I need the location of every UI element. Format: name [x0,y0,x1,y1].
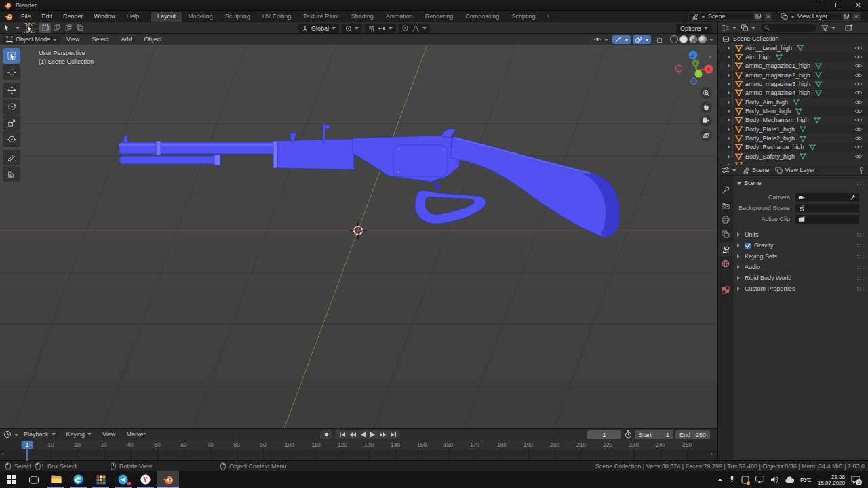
add-workspace-button[interactable]: + [541,13,554,20]
blender-logo-icon[interactable] [4,12,13,21]
visibility-eye-icon[interactable] [854,136,863,141]
expand-icon[interactable] [728,136,732,140]
tool-cursor[interactable] [3,64,20,80]
properties-editor-icon[interactable] [721,167,730,174]
object-name[interactable]: ammo_magazine4_high [745,89,810,96]
scene-name[interactable]: Scene [708,13,749,20]
pin-icon[interactable] [859,167,865,174]
proportional-editing-group[interactable] [399,24,430,33]
visibility-eye-icon[interactable] [854,54,863,60]
outliner-row[interactable]: ammo_magazine4_high [718,89,868,98]
overlays-toggle[interactable] [633,35,651,44]
breadcrumb-scene[interactable]: Scene [742,167,770,174]
object-name[interactable]: Body_Main_high [745,108,791,115]
tab-world[interactable] [718,257,733,270]
taskbar-yandex[interactable]: Y [134,471,157,488]
filter-icon[interactable] [821,24,829,32]
pan-button[interactable] [700,101,712,113]
outliner-row[interactable]: ammo_magazine1_high [718,62,868,70]
mode-dropdown[interactable]: Object Mode [3,35,60,44]
outliner-row[interactable]: Body_Plate1_high [718,125,868,134]
jump-to-end-button[interactable] [390,432,397,438]
outliner-row[interactable]: Body_Main_high [718,106,868,115]
outliner-row[interactable]: ammo_magazine3_high [718,79,868,88]
visibility-eye-icon[interactable] [854,108,863,114]
expand-icon[interactable] [728,109,732,113]
expand-icon[interactable] [737,265,742,269]
outliner-row[interactable]: Body_Safety_high [718,152,868,161]
collapse-icon[interactable] [737,182,741,187]
outliner-editor-icon[interactable] [722,24,730,32]
properties-panel-header[interactable]: Audio [733,262,868,272]
outliner-row[interactable]: Body_Plate2_high [718,134,868,142]
background-scene-field[interactable] [795,204,859,213]
tab-render[interactable] [718,199,733,213]
object-name[interactable]: Body_Recharge_high [745,144,804,150]
taskbar-clock[interactable]: 21:58 15.07.2020 [818,474,845,486]
properties-panel-header[interactable]: Units [733,229,868,240]
viewport-menu-item[interactable]: Select [85,36,115,43]
expand-icon[interactable] [737,254,742,258]
menu-item[interactable]: Render [58,13,89,20]
menu-item[interactable]: File [16,13,37,20]
new-view-layer-button[interactable] [842,13,850,20]
camera-view-button[interactable] [700,115,712,127]
workspace-tab[interactable]: UV Editing [256,12,298,22]
expand-icon[interactable] [728,100,732,104]
remove-view-layer-button[interactable]: ✕ [852,13,861,20]
end-frame-field[interactable]: End 250 [675,430,710,439]
playhead-badge[interactable]: 1 [22,441,33,449]
view-menu[interactable]: View [97,431,121,438]
outliner-row[interactable]: Aim__Level_high [718,43,868,52]
outliner-root-row[interactable]: Scene Collection [718,34,868,43]
menu-item[interactable]: Help [121,13,145,20]
viewport-menu-item[interactable]: View [60,36,85,43]
tab-view-layer[interactable] [718,228,733,241]
tool-measure[interactable] [3,166,20,182]
workspace-tab[interactable]: Shading [345,12,380,22]
eyedropper-icon[interactable] [850,194,856,201]
timeline-ruler[interactable]: 10 20 30 40 50 60 70 80 90 10 [0,440,717,461]
tool-select-box[interactable] [3,48,20,64]
workspace-tab[interactable]: Modeling [182,12,219,22]
outliner-search[interactable] [761,24,816,32]
current-frame-field[interactable]: 1 [587,430,621,439]
start-frame-field[interactable]: Start 1 [635,430,673,439]
visibility-dropdown[interactable] [591,36,610,43]
close-button[interactable] [848,0,868,11]
pivot-point-dropdown[interactable] [342,24,362,33]
active-clip-field[interactable] [795,215,859,224]
viewport-menu-item[interactable]: Add [115,36,138,43]
object-name[interactable]: ammo_magazine2_high [745,72,810,79]
play-reverse-button[interactable] [360,432,366,438]
tool-annotate[interactable] [3,150,20,165]
expand-icon[interactable] [728,145,732,149]
expand-icon[interactable] [728,127,732,131]
playback-menu[interactable]: Playback [18,431,61,438]
expand-icon[interactable] [737,232,742,237]
keying-menu[interactable]: Keying [61,431,98,438]
prev-keyframe-button[interactable] [349,432,357,438]
visibility-eye-icon[interactable] [854,127,863,132]
unlink-scene-button[interactable]: ✕ [764,13,772,20]
object-name[interactable]: Body_Safety_high [745,153,795,160]
collection-name[interactable]: Scene Collection [733,35,779,42]
breadcrumb-view-layer[interactable]: View Layer [775,167,815,174]
select-mode-extend[interactable] [51,23,62,33]
app-notification-icon[interactable] [741,476,749,484]
panel-grip[interactable] [856,276,865,281]
select-mode-set[interactable] [39,23,51,33]
outliner-row[interactable]: ammo_magazine2_high [718,70,868,79]
ortho-toggle-button[interactable] [700,129,712,141]
panel-grip[interactable] [856,254,865,259]
xray-toggle[interactable] [653,35,665,44]
expand-icon[interactable] [728,155,732,159]
outliner-row[interactable]: Body_Recharge_high [718,143,868,152]
workspace-tab[interactable]: Animation [380,12,419,22]
maximize-button[interactable] [827,0,848,11]
expand-icon[interactable] [728,55,732,59]
menu-item[interactable]: Edit [37,13,58,20]
scene-panel-header[interactable]: Scene [733,178,868,188]
timeline-editor-icon[interactable] [3,430,12,439]
tool-scale[interactable] [3,115,20,131]
